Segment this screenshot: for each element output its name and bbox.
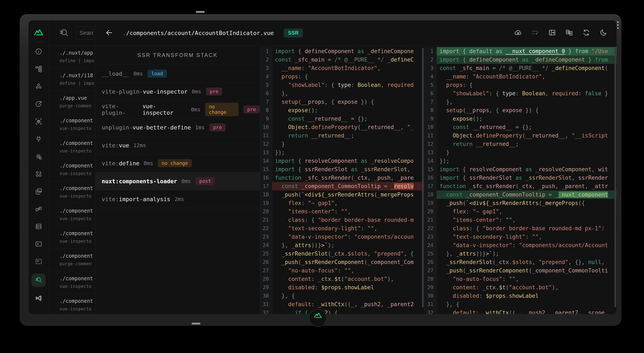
code-text: "items-center": "", bbox=[272, 207, 424, 216]
file-list-item[interactable]: ./componentvue-inspecto bbox=[49, 181, 95, 204]
code-text: }); bbox=[437, 157, 616, 165]
file-list-item[interactable]: ./componentvue-inspecto bbox=[49, 113, 95, 136]
back-button[interactable] bbox=[105, 29, 113, 37]
file-name: ./component bbox=[60, 208, 95, 214]
transform-stack-row[interactable]: vite:vue12ms bbox=[96, 136, 260, 154]
line-number: 20 bbox=[424, 207, 437, 216]
file-list-item[interactable]: ./componentvue-inspecto bbox=[49, 271, 95, 294]
code-line: 13 } bbox=[424, 148, 616, 157]
search-input[interactable] bbox=[76, 26, 93, 40]
resize-handle-bottom[interactable] bbox=[192, 323, 200, 325]
line-number: 32 bbox=[260, 309, 272, 314]
transform-stack-row[interactable]: unplugin-vue-better-define1mspre bbox=[96, 118, 260, 136]
code-line: 20 "items-center": "", bbox=[260, 207, 424, 216]
sidebar-item-pages[interactable] bbox=[32, 63, 46, 75]
compare-diff-button[interactable] bbox=[565, 33, 573, 37]
sidebar-item-hooks[interactable] bbox=[32, 151, 46, 163]
file-list-item[interactable]: ./componentvue-inspecto bbox=[49, 159, 95, 181]
file-list-item[interactable]: ./componentvue-inspecto bbox=[49, 136, 95, 159]
code-text: const _component_CommonTooltip = __nuxt_… bbox=[437, 190, 616, 199]
file-name: ./component bbox=[60, 118, 95, 124]
sidebar-item-imports[interactable] bbox=[32, 98, 46, 110]
transform-time: 0ms bbox=[144, 160, 153, 166]
frame-menu-dots[interactable] bbox=[617, 21, 619, 29]
sidebar-item-vscode[interactable] bbox=[32, 293, 46, 305]
line-number: 14 bbox=[424, 157, 437, 165]
code-line: 5 props: { bbox=[424, 81, 616, 89]
sidebar-item-terminal[interactable] bbox=[32, 239, 46, 250]
scrollbar-after[interactable] bbox=[614, 48, 616, 307]
code-text: const __returned__ = {}; bbox=[437, 123, 616, 131]
file-list-item[interactable]: ./.nuxt/appdefine | impo bbox=[49, 46, 95, 68]
transform-stack-row[interactable]: vite:import-analysis2ms bbox=[96, 190, 260, 208]
line-number: 25 bbox=[424, 250, 437, 258]
imports-icon bbox=[35, 100, 42, 108]
plugin-prefix: __load__ bbox=[102, 70, 129, 77]
sidebar-item-components[interactable] bbox=[32, 81, 46, 93]
line-number: 16 bbox=[260, 174, 272, 182]
line-number: 4 bbox=[424, 72, 437, 81]
transform-stack-title: SSR TRANSFORM STACK bbox=[96, 46, 260, 65]
nuxt-devtools-toggle[interactable] bbox=[309, 309, 327, 327]
sidebar-item-assets[interactable] bbox=[32, 186, 46, 198]
code-text: content: _ctx.$t("account.bot"), bbox=[272, 275, 424, 283]
plugin-name: vue-better-define bbox=[132, 124, 191, 131]
file-list-item[interactable]: ./app.vuepurge-commen bbox=[49, 91, 95, 113]
code-text: __name: "AccountBotIndicator", bbox=[272, 64, 424, 72]
code-text: const _sfc_main = /* @__PURE__ */ _defin… bbox=[437, 64, 616, 72]
sidebar-item-virtual-files[interactable] bbox=[32, 256, 46, 268]
code-line: 25 _ssrRenderSlot(_ctx.$slots, "prepend"… bbox=[260, 250, 424, 258]
file-name: ./component bbox=[60, 140, 95, 146]
file-name: ./component bbox=[60, 253, 95, 259]
sidebar-item-payload[interactable] bbox=[32, 168, 46, 180]
file-list-item[interactable]: ./componentvue-inspecto bbox=[49, 226, 95, 249]
file-list-item[interactable]: ./.nuxt/i18define | impo bbox=[49, 68, 95, 91]
badge-pre: pre bbox=[209, 123, 226, 131]
refresh-button[interactable] bbox=[582, 33, 590, 37]
top-bar: ./components/account/AccountBotIndicator… bbox=[96, 20, 616, 46]
transform-stack-row[interactable]: vite-plugin-vue-inspector0msno changepre bbox=[96, 101, 260, 118]
sidebar-item-plugins[interactable] bbox=[32, 133, 46, 145]
file-transforms: purge-commen bbox=[60, 103, 95, 108]
file-list-item[interactable]: ./componentvue-inspecto bbox=[49, 204, 95, 226]
nuxt-logo[interactable] bbox=[32, 26, 45, 38]
cloud-settings-button[interactable] bbox=[514, 33, 522, 37]
scrollbar-before[interactable] bbox=[422, 48, 424, 307]
sidebar-item-inspect[interactable] bbox=[32, 274, 46, 287]
panel-collapse-left-button[interactable] bbox=[548, 33, 556, 37]
modules-icon bbox=[35, 118, 42, 126]
code-text: __name: "AccountBotIndicator", bbox=[437, 72, 616, 81]
storage-icon bbox=[35, 223, 42, 231]
plugin-name: vue bbox=[119, 142, 129, 149]
sidebar-item-info[interactable] bbox=[32, 46, 46, 58]
ssr-badge: SSR bbox=[284, 28, 303, 37]
sidebar-item-modules[interactable] bbox=[32, 116, 46, 128]
line-number: 20 bbox=[260, 207, 272, 216]
line-number: 21 bbox=[260, 216, 272, 224]
sidebar-item-server-routes[interactable] bbox=[32, 204, 46, 215]
line-number: 28 bbox=[424, 275, 437, 283]
line-number: 8 bbox=[260, 106, 272, 114]
code-line: 10 Object.defineProperty(__returned__, "… bbox=[260, 123, 424, 131]
skip-lines-button[interactable] bbox=[531, 33, 539, 37]
code-line: 12 return __returned__; bbox=[424, 140, 616, 148]
transform-stack-row[interactable]: __load__0msload bbox=[96, 65, 260, 83]
info-icon bbox=[35, 48, 42, 56]
badge-post: post bbox=[196, 177, 215, 185]
line-number: 17 bbox=[424, 182, 437, 190]
resize-handle-top[interactable] bbox=[196, 11, 205, 13]
transform-stack-row[interactable]: nuxt:components-loader0mspost bbox=[96, 172, 260, 190]
code-line: 15import { ssrRenderSlot as _ssrRenderSl… bbox=[260, 165, 424, 174]
code-text: Object.defineProperty(__returned__, "_ bbox=[272, 123, 424, 131]
plugin-prefix: vite: bbox=[102, 196, 119, 202]
virtual-files-icon bbox=[35, 258, 42, 266]
file-list-item[interactable]: ./componentpurge-commen bbox=[49, 249, 95, 271]
file-list-item[interactable]: ./componentvue-inspecto bbox=[49, 294, 95, 314]
dark-mode-button[interactable] bbox=[600, 33, 607, 37]
code-line: 3const _sfc_main = /* @__PURE__ */ _defi… bbox=[424, 64, 616, 72]
code-line: 6 }, bbox=[260, 89, 424, 98]
transform-stack-row[interactable]: vite-plugin-vue-inspector0mspre bbox=[96, 83, 260, 101]
sidebar-item-storage[interactable] bbox=[32, 221, 46, 233]
code-line: 14}); bbox=[424, 157, 616, 165]
transform-stack-row[interactable]: vite:define0msno change bbox=[96, 154, 260, 172]
